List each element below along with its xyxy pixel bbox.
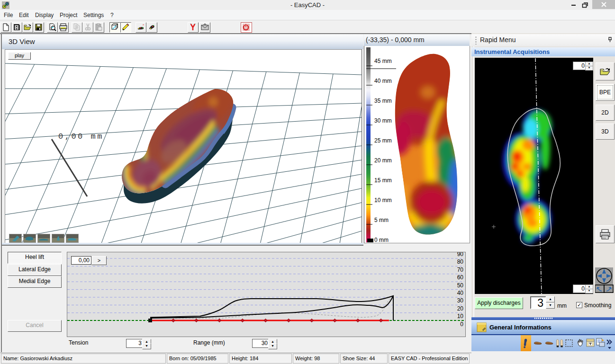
svg-text:5 mm: 5 mm bbox=[374, 217, 389, 223]
svg-text:10 mm: 10 mm bbox=[374, 197, 392, 204]
svg-text:25 mm: 25 mm bbox=[374, 137, 392, 144]
svg-text:30 mm: 30 mm bbox=[374, 117, 392, 124]
svg-text:15 mm: 15 mm bbox=[374, 177, 392, 184]
svg-text:20 mm: 20 mm bbox=[374, 157, 392, 164]
svg-text:45 mm: 45 mm bbox=[374, 58, 392, 64]
svg-text:40: 40 bbox=[457, 290, 464, 296]
svg-text:10: 10 bbox=[457, 313, 464, 320]
svg-text:80: 80 bbox=[457, 258, 464, 265]
svg-text:90: 90 bbox=[457, 252, 464, 257]
svg-text:20: 20 bbox=[457, 305, 464, 312]
svg-text:50: 50 bbox=[457, 282, 464, 289]
svg-text:30: 30 bbox=[457, 297, 464, 304]
svg-text:60: 60 bbox=[457, 274, 464, 281]
svg-text:40 mm: 40 mm bbox=[374, 78, 392, 84]
svg-text:0 mm: 0 mm bbox=[374, 237, 389, 242]
svg-text:70: 70 bbox=[457, 266, 464, 273]
svg-text:0: 0 bbox=[460, 321, 463, 328]
svg-text:35 mm: 35 mm bbox=[374, 98, 392, 104]
